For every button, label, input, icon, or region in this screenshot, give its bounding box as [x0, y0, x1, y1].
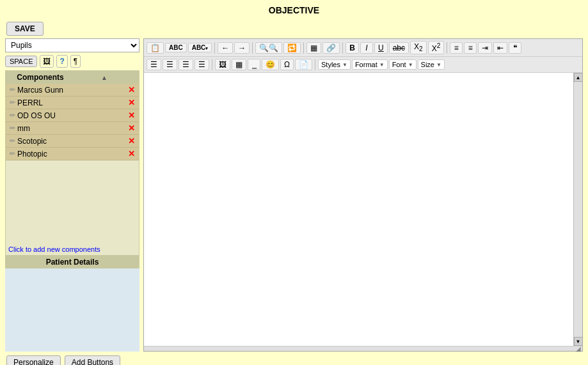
- pencil-icon: ✏: [10, 86, 15, 94]
- replace-button[interactable]: 🔁: [283, 42, 301, 54]
- list-item[interactable]: ✏ PERRL ✕: [6, 97, 139, 109]
- find-button[interactable]: 🔍🔍: [255, 42, 282, 54]
- insert-image-icon[interactable]: 🖼: [40, 55, 54, 68]
- top-bar: SAVE: [0, 19, 588, 38]
- separator: [303, 42, 304, 54]
- editor-panel: 📋 ABC ABC▾ ← → 🔍🔍 🔁 ▦ 🔗 B I U abc X2 X2 …: [143, 38, 583, 352]
- list-item[interactable]: ✏ mm ✕: [6, 122, 139, 135]
- separator: [315, 59, 315, 70]
- insert-image-button[interactable]: 🖼: [215, 59, 230, 70]
- editor-scrollbar[interactable]: ▲ ▼: [573, 73, 582, 346]
- unordered-list-button[interactable]: ≡: [464, 42, 477, 54]
- dropdown-row: Pupils PERRL OD OS OU mm Scotopic Photop…: [5, 38, 139, 52]
- chevron-down-icon: ▼: [436, 62, 441, 68]
- size-label: Size: [421, 61, 434, 68]
- add-components-link[interactable]: Click to add new components: [6, 244, 139, 255]
- list-item[interactable]: ✏ Marcus Gunn ✕: [6, 84, 139, 97]
- font-label: Font: [392, 61, 406, 68]
- insert-table-button[interactable]: ▦: [306, 42, 321, 54]
- styles-dropdown[interactable]: Styles ▼: [318, 59, 351, 70]
- chevron-down-icon: ▼: [342, 62, 347, 68]
- patient-details-section: Patient Details: [5, 256, 139, 352]
- editor-resize-handle[interactable]: ◢: [144, 346, 582, 351]
- insert-link-button[interactable]: 🔗: [322, 42, 340, 54]
- format-dropdown[interactable]: Format ▼: [352, 59, 388, 70]
- component-name: Marcus Gunn: [17, 86, 128, 95]
- main-layout: Pupils PERRL OD OS OU mm Scotopic Photop…: [0, 38, 588, 352]
- separator: [447, 42, 447, 54]
- superscript-button[interactable]: X2: [428, 41, 445, 54]
- help-icon[interactable]: ?: [56, 55, 67, 68]
- format-label: Format: [355, 61, 377, 68]
- left-toolbar-row: SPACE 🖼 ? ¶: [5, 55, 139, 68]
- chevron-down-icon: ▼: [408, 62, 413, 68]
- format-icon[interactable]: ¶: [70, 55, 81, 68]
- outdent-button[interactable]: ⇤: [493, 42, 507, 54]
- pencil-icon: ✏: [10, 137, 15, 145]
- bold-button[interactable]: B: [346, 42, 359, 54]
- save-button[interactable]: SAVE: [6, 22, 44, 36]
- components-list: ✏ Marcus Gunn ✕ ✏ PERRL ✕ ✏ OD OS OU ✕ ✏…: [6, 84, 139, 244]
- bottom-bar: Personalize Add Buttons: [0, 352, 588, 365]
- insert-smiley-button[interactable]: 😊: [262, 59, 279, 70]
- subscript-button[interactable]: X2: [410, 41, 427, 54]
- styles-label: Styles: [321, 61, 340, 68]
- remove-component-button[interactable]: ✕: [128, 98, 135, 107]
- scroll-up-arrow[interactable]: ▲: [72, 74, 136, 81]
- components-header: Components ▲: [6, 71, 139, 84]
- align-justify-button[interactable]: ☰: [195, 59, 209, 70]
- italic-button[interactable]: I: [360, 42, 373, 54]
- align-left-button[interactable]: ☰: [147, 59, 161, 70]
- undo-button[interactable]: ←: [218, 42, 233, 54]
- font-dropdown[interactable]: Font ▼: [389, 59, 417, 70]
- component-name: Scotopic: [17, 137, 128, 146]
- remove-component-button[interactable]: ✕: [128, 149, 135, 159]
- separator: [212, 59, 212, 70]
- redo-button[interactable]: →: [234, 42, 250, 54]
- insert-table2-button[interactable]: ▦: [232, 59, 246, 70]
- list-item[interactable]: ✏ OD OS OU ✕: [6, 109, 139, 122]
- spellcheck-dropdown-button[interactable]: ABC▾: [188, 43, 212, 52]
- insert-hr-button[interactable]: ⎯: [248, 59, 260, 70]
- paste-button[interactable]: 📋: [147, 42, 164, 54]
- add-buttons-button[interactable]: Add Buttons: [65, 355, 120, 365]
- ordered-list-button[interactable]: ≡: [450, 42, 463, 54]
- remove-component-button[interactable]: ✕: [128, 123, 135, 133]
- component-name: Photopic: [17, 150, 128, 159]
- insert-omega-button[interactable]: Ω: [280, 59, 294, 70]
- pencil-icon: ✏: [10, 111, 15, 120]
- space-button[interactable]: SPACE: [5, 56, 37, 67]
- underline-button[interactable]: U: [374, 42, 388, 54]
- scroll-up-button[interactable]: ▲: [574, 73, 583, 82]
- component-name: mm: [17, 124, 128, 133]
- component-name: PERRL: [17, 98, 128, 107]
- list-item[interactable]: ✏ Photopic ✕: [6, 148, 139, 160]
- spellcheck-abc-button[interactable]: ABC: [165, 43, 187, 52]
- resize-icon: ◢: [576, 345, 581, 352]
- scroll-down-button[interactable]: ▼: [574, 337, 583, 346]
- remove-component-button[interactable]: ✕: [128, 136, 135, 146]
- patient-details-header: Patient Details: [5, 256, 139, 268]
- strikethrough-button[interactable]: abc: [389, 42, 409, 54]
- editor-content-row: ▲ ▼: [144, 73, 582, 346]
- blockquote-button[interactable]: ❝: [509, 42, 521, 54]
- size-dropdown[interactable]: Size ▼: [418, 59, 445, 70]
- align-right-button[interactable]: ☰: [179, 59, 193, 70]
- remove-component-button[interactable]: ✕: [128, 111, 135, 120]
- separator: [342, 42, 343, 54]
- page-title: OBJECTIVE: [0, 0, 588, 19]
- personalize-button[interactable]: Personalize: [6, 355, 61, 365]
- component-name: OD OS OU: [17, 111, 128, 120]
- align-center-button[interactable]: ☰: [163, 59, 177, 70]
- editor-textarea[interactable]: [144, 73, 573, 346]
- separator: [252, 42, 253, 54]
- list-item[interactable]: ✏ Scotopic ✕: [6, 135, 139, 148]
- components-panel: Components ▲ ✏ Marcus Gunn ✕ ✏ PERRL ✕ ✏…: [5, 70, 139, 256]
- editor-toolbar-2: ☰ ☰ ☰ ☰ 🖼 ▦ ⎯ 😊 Ω 📄 Styles ▼ Format ▼ Fo…: [144, 57, 582, 73]
- insert-paste2-button[interactable]: 📄: [295, 59, 312, 70]
- indent-button[interactable]: ⇥: [478, 42, 492, 54]
- patient-details-body: [5, 268, 139, 352]
- pencil-icon: ✏: [10, 124, 15, 132]
- remove-component-button[interactable]: ✕: [128, 85, 135, 95]
- pupils-dropdown[interactable]: Pupils PERRL OD OS OU mm Scotopic Photop…: [5, 38, 139, 52]
